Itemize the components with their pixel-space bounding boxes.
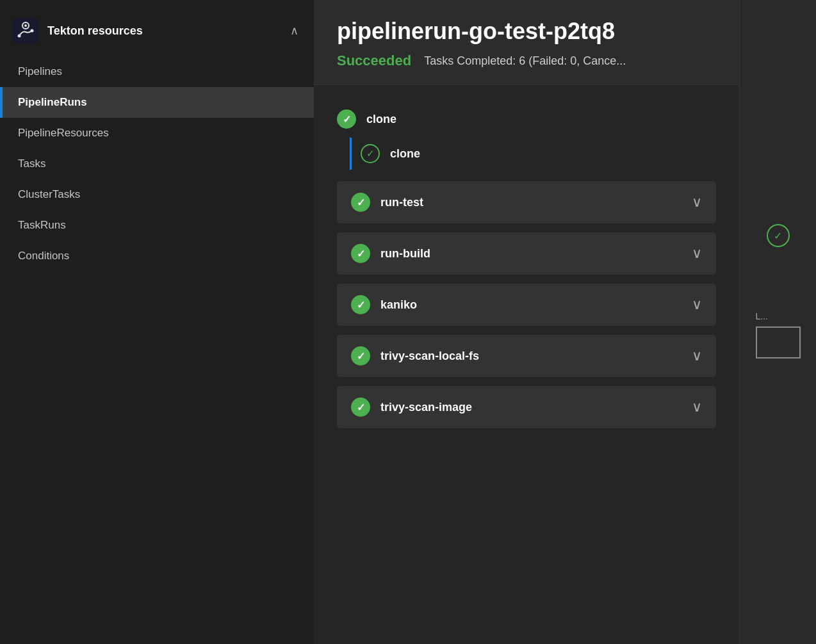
- right-panel-success-icon: ✓: [767, 224, 790, 247]
- right-panel-content: L...: [756, 311, 801, 358]
- checkmark-outline-icon: ✓: [366, 148, 375, 159]
- sidebar: Tekton resources ∧ Pipelines PipelineRun…: [0, 0, 314, 644]
- sidebar-item-taskruns[interactable]: TaskRuns: [0, 210, 314, 241]
- task-item-trivy-scan-image[interactable]: ✓ trivy-scan-image ∨: [337, 386, 716, 428]
- checkmark-icon: ✓: [357, 197, 365, 209]
- clone-secondary-success-icon: ✓: [361, 144, 380, 163]
- page-title: pipelinerun-go-test-p2tq8: [337, 18, 716, 45]
- svg-point-3: [18, 35, 21, 38]
- run-test-label: run-test: [380, 196, 681, 209]
- clone-primary-item: ✓ clone: [337, 101, 716, 138]
- right-panel-label: L...: [756, 311, 801, 321]
- right-panel-box: [756, 326, 801, 358]
- tasks-completed-text: Tasks Completed: 6 (Failed: 0, Cance...: [424, 54, 626, 68]
- task-item-run-build[interactable]: ✓ run-build ∨: [337, 232, 716, 275]
- tasks-container: ✓ clone ✓ clone ✓ run-test ∨ ✓: [314, 85, 739, 644]
- checkmark-icon: ✓: [357, 401, 365, 414]
- tekton-logo-icon: [13, 18, 38, 44]
- chevron-down-icon: ∨: [692, 296, 702, 313]
- sidebar-item-pipelines[interactable]: Pipelines: [0, 56, 314, 87]
- clone-group: ✓ clone ✓ clone: [337, 101, 716, 170]
- trivy-image-success-icon: ✓: [351, 398, 370, 417]
- clone-primary-success-icon: ✓: [337, 109, 356, 129]
- chevron-down-icon: ∨: [692, 245, 702, 262]
- sidebar-nav: Pipelines PipelineRuns PipelineResources…: [0, 56, 314, 271]
- svg-point-2: [24, 24, 27, 27]
- kaniko-success-icon: ✓: [351, 295, 370, 314]
- checkmark-icon: ✓: [343, 113, 351, 125]
- clone-secondary-item: ✓ clone: [350, 138, 716, 170]
- page-status-row: Succeeded Tasks Completed: 6 (Failed: 0,…: [337, 52, 716, 69]
- sidebar-item-clustertasks[interactable]: ClusterTasks: [0, 179, 314, 210]
- main-content: pipelinerun-go-test-p2tq8 Succeeded Task…: [314, 0, 739, 644]
- chevron-down-icon: ∨: [692, 348, 702, 364]
- task-item-trivy-scan-local-fs[interactable]: ✓ trivy-scan-local-fs ∨: [337, 335, 716, 377]
- task-item-run-test[interactable]: ✓ run-test ∨: [337, 181, 716, 223]
- run-build-label: run-build: [380, 247, 681, 261]
- sidebar-item-conditions[interactable]: Conditions: [0, 241, 314, 271]
- checkmark-icon: ✓: [357, 299, 365, 311]
- run-test-success-icon: ✓: [351, 193, 370, 212]
- sidebar-item-pipelineresources[interactable]: PipelineResources: [0, 118, 314, 149]
- chevron-down-icon: ∨: [692, 194, 702, 211]
- kaniko-label: kaniko: [380, 298, 681, 312]
- clone-secondary-label: clone: [390, 147, 420, 161]
- sidebar-header-left: Tekton resources: [13, 18, 143, 44]
- trivy-local-success-icon: ✓: [351, 346, 370, 366]
- clone-primary-label: clone: [366, 113, 396, 126]
- chevron-up-icon[interactable]: ∧: [290, 24, 298, 38]
- page-header: pipelinerun-go-test-p2tq8 Succeeded Task…: [314, 0, 739, 85]
- sidebar-title: Tekton resources: [47, 24, 143, 38]
- status-badge: Succeeded: [337, 52, 411, 69]
- sidebar-item-tasks[interactable]: Tasks: [0, 149, 314, 179]
- sidebar-header: Tekton resources ∧: [0, 8, 314, 56]
- right-panel: ✓ L...: [739, 0, 816, 644]
- chevron-down-icon: ∨: [692, 399, 702, 415]
- checkmark-icon: ✓: [357, 248, 365, 260]
- svg-point-4: [31, 29, 34, 33]
- checkmark-icon: ✓: [357, 350, 365, 362]
- run-build-success-icon: ✓: [351, 244, 370, 263]
- trivy-image-label: trivy-scan-image: [380, 401, 681, 414]
- trivy-local-label: trivy-scan-local-fs: [380, 350, 681, 363]
- task-item-kaniko[interactable]: ✓ kaniko ∨: [337, 284, 716, 326]
- sidebar-item-pipelineruns[interactable]: PipelineRuns: [0, 87, 314, 118]
